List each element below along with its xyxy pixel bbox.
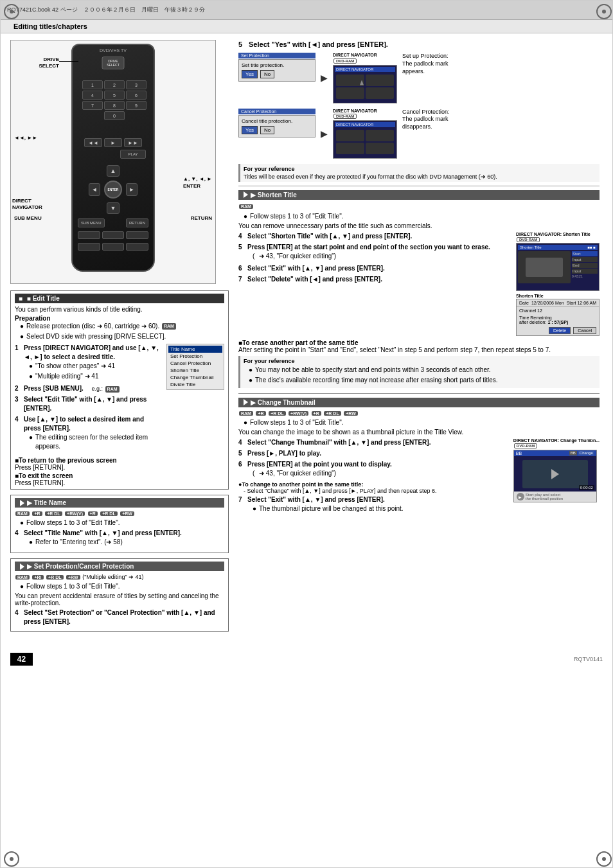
- step-3: 3 Select "Edit Title" with [▲, ▼] and pr…: [15, 395, 163, 413]
- page-wrapper: RQT7421C.book 42 ページ ２００６年２月６日 月曜日 午後３時２…: [0, 0, 613, 868]
- ct-step-7: 7 Select "Exit" with [▲, ▼] and press [E…: [238, 495, 508, 515]
- step-3-text: Select "Edit Title" with [▲, ▼] and pres…: [24, 395, 163, 413]
- edit-title-header: ■ ■ Edit Title: [15, 294, 224, 303]
- set-protection-section: ▶ Set Protection/Cancel Protection RAM +…: [10, 558, 229, 632]
- set-protection-bullet-text: Follow steps 1 to 3 of "Edit Title".: [26, 582, 120, 591]
- page-title-bar: Editing titles/chapters: [1, 20, 612, 33]
- shorten-title-header: ▶ Shorten Title: [238, 190, 600, 200]
- right-step-5-protection: 5 Select "Yes" with [◄] and press [ENTER…: [238, 40, 600, 49]
- sub-menu-label: SUB MENU: [14, 215, 42, 221]
- shorten-step-6: 6 Select "Exit" with [▲, ▼] and press [E…: [238, 264, 511, 273]
- to-exit: ■To exit the screen Press [RETURN].: [15, 472, 224, 486]
- step-2: 2 Press [SUB MENU]. e.g.: RAM: [15, 384, 163, 393]
- cancel-btn[interactable]: Cancel: [573, 327, 596, 334]
- arrows-enter-label: ▲, ▼, ◄, ►ENTER: [183, 175, 212, 190]
- to-return: ■To return to the previous screen Press …: [15, 457, 224, 471]
- ram-badge: RAM: [162, 323, 176, 330]
- shorten-step-7: 7 Select "Delete" with [◄] and press [EN…: [238, 275, 511, 284]
- shorten-intro: You can remove unnecessary parts of the …: [238, 222, 600, 229]
- edit-title-label: ■ Edit Title: [27, 295, 60, 302]
- edit-title-icon: ■: [19, 295, 22, 302]
- step-4: 4 Use [▲, ▼] to select a desired item an…: [15, 415, 163, 452]
- arrow-icon-2: [20, 563, 24, 570]
- shorten-title-section: ▶ Shorten Title RAM ● Follow steps 1 to …: [238, 190, 600, 388]
- shorten-nav-screen: Shorten Title ■■ ■: [516, 243, 600, 291]
- set-protection-bullet: ● Follow steps 1 to 3 of "Edit Title".: [15, 582, 224, 591]
- for-reference-1: For your reference Titles will be erased…: [238, 164, 600, 182]
- for-reference-1-text: Titles will be erased even if they are p…: [244, 173, 596, 180]
- change-thumbnail-section: ▶ Change Thumbnail RAM +R +R DL +RW(V) +…: [238, 398, 600, 517]
- prep-bullet-2: ● Select DVD side with pressing [DRIVE S…: [15, 332, 224, 341]
- title-name-step4: 4 Select "Title Name" with [▲, ▼] and pr…: [15, 529, 224, 548]
- shorten-badge: RAM: [238, 202, 600, 210]
- title-name-bullet-text: Follow steps 1 to 3 of "Edit Title".: [26, 518, 120, 527]
- for-ref-2-item-2-text: The disc's available recording time may …: [255, 376, 498, 385]
- nav-screen-2-block: DIRECT NAVIGATOR DVD-RAM DIRECT NAVIGATO…: [333, 109, 397, 159]
- drive-select-label: DRIVESELECT: [14, 57, 59, 69]
- shorten-title-label: ▶ Shorten Title: [251, 191, 297, 199]
- cancel-protection-screen-row: Cancel Protection Cancel title protectio…: [238, 109, 600, 159]
- shorten-step-5: 5 Press [ENTER] at the start point and e…: [238, 243, 511, 262]
- title-name-bullet: ● Follow steps 1 to 3 of "Edit Title".: [15, 518, 224, 527]
- page-title: Editing titles/chapters: [13, 22, 87, 30]
- no-btn[interactable]: No: [260, 70, 274, 78]
- for-ref-2-item-1: ● You may not be able to specify start a…: [244, 366, 596, 375]
- cancel-no-btn[interactable]: No: [260, 126, 274, 134]
- divider-1: [238, 186, 600, 186]
- prep-bullet-2-text: Select DVD side with pressing [DRIVE SEL…: [26, 332, 166, 341]
- shorten-bullet-text: Follow steps 1 to 3 of "Edit Title".: [250, 212, 344, 221]
- nav-side-screen-2: DIRECT NAVIGATOR: [333, 120, 397, 159]
- set-protection-screen-row: Set Protection Set title protection. Yes…: [238, 53, 449, 103]
- title-name-label: ▶ Title Name: [27, 499, 66, 506]
- edit-title-section: ■ ■ Edit Title You can perform various k…: [10, 290, 229, 490]
- corner-tl: [4, 4, 17, 17]
- main-content: DVD/VHS TV DRIVESELECT 1 2 3: [1, 33, 612, 643]
- prep-bullet-1: ● Release protection (disc ➜ 60, cartrid…: [15, 322, 224, 331]
- corner-bl: [4, 851, 17, 864]
- cancel-yes-btn[interactable]: Yes: [242, 126, 258, 134]
- yes-btn[interactable]: Yes: [242, 70, 258, 78]
- change-thumbnail-bullet-text: Follow steps 1 to 3 of "Edit Title".: [250, 418, 344, 427]
- ct-step-4: 4 Select "Change Thumbnail" with [▲, ▼] …: [238, 438, 508, 447]
- erase-another-title: ■To erase another part of the same title: [238, 339, 358, 346]
- set-protection-label: ▶ Set Protection/Cancel Protection: [27, 563, 134, 570]
- protection-screens-row: Set Protection Set title protection. Yes…: [238, 53, 600, 103]
- menu-item-shorten-title: Shorten Title: [168, 367, 222, 374]
- change-thumb-screen: BB BB Change: [513, 450, 597, 502]
- page-footer: 42 RQTV0141: [1, 650, 612, 669]
- for-reference-2-title: For your reference: [244, 358, 596, 364]
- shorten-delete-screen: Date12/20/2006 MonStart 12:06 AM Channel…: [516, 299, 600, 336]
- cancel-protection-screen: Cancel title protection. Yes No: [238, 115, 315, 137]
- shorten-ram-badge: RAM: [239, 204, 253, 209]
- ff-rew-label: ◄◄, ►►: [14, 135, 37, 141]
- header-text: RQT7421C.book 42 ページ ２００６年２月６日 月曜日 午後３時２…: [7, 6, 205, 14]
- menu-item-title-name: Title Name: [168, 346, 222, 353]
- cancel-protection-caption: Cancel Protection:The padlock markdisapp…: [402, 109, 450, 131]
- delete-btn[interactable]: Delete: [549, 327, 571, 334]
- arrow-connector-2: ▶: [321, 128, 328, 139]
- arrow-icon: [20, 500, 24, 506]
- change-thumbnail-badges: RAM +R +R DL +RW(V) +R +R DL +RW: [238, 410, 600, 416]
- step-4-text: Use [▲, ▼] to select a desired item and …: [24, 415, 163, 452]
- set-protection-screen: Set title protection. Yes No: [238, 59, 315, 82]
- step-1-num: 1: [15, 344, 24, 382]
- ct-step-5: 5 Press [►, PLAY] to play.: [238, 449, 508, 458]
- remote-image-area: DVD/VHS TV DRIVESELECT 1 2 3: [10, 40, 216, 284]
- nav-screen-1-block: DIRECT NAVIGATOR DVD-RAM DIRECT NAVIGATO…: [333, 53, 397, 103]
- corner-br: [596, 851, 609, 864]
- footer-code: RQTV0141: [574, 656, 603, 662]
- arrow-icon-3: [244, 191, 248, 198]
- step-3-num: 3: [15, 395, 24, 413]
- header-bar: RQT7421C.book 42 ページ ２００６年２月６日 月曜日 午後３時２…: [1, 1, 612, 20]
- set-protection-step4: 4 Select "Set Protection" or "Cancel Pro…: [15, 608, 224, 626]
- step-4-num: 4: [15, 415, 24, 452]
- edit-title-intro: You can perform various kinds of title e…: [15, 306, 224, 313]
- erase-another-text: After setting the point in "Start" and "…: [238, 346, 551, 353]
- set-protection-intro: You can prevent accidental erasure of ti…: [15, 592, 224, 607]
- step-1-text: Press [DIRECT NAVIGATOR] and use [▲, ▼, …: [24, 344, 163, 382]
- shorten-step-4: 4 Select "Shorten Title" with [▲, ▼] and…: [238, 232, 511, 241]
- change-thumbnail-intro: You can change the image to be shown as …: [238, 429, 600, 436]
- change-thumbnail-bullet: ● Follow steps 1 to 3 of "Edit Title".: [238, 418, 600, 427]
- change-thumbnail-header: ▶ Change Thumbnail: [238, 398, 600, 407]
- title-name-header: ▶ Title Name: [15, 498, 224, 508]
